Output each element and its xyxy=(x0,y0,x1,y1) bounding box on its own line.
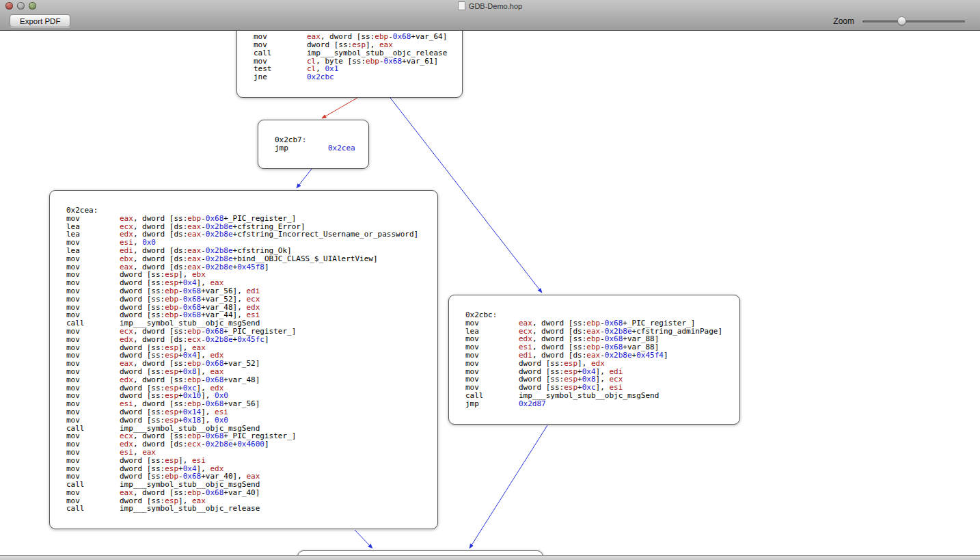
asm-mnemonic: mov xyxy=(66,215,120,223)
asm-operands: 0x2cbc xyxy=(307,72,334,81)
asm-line: movcl, byte [ss:ebp-0x68+var_61] xyxy=(254,57,455,66)
asm-line: callimp___symbol_stub__objc_msgSend xyxy=(465,392,733,400)
asm-mnemonic: mov xyxy=(66,368,120,376)
zoom-label: Zoom xyxy=(833,16,854,26)
zoom-slider-thumb[interactable] xyxy=(897,16,906,25)
zoom-control: Zoom xyxy=(833,16,965,26)
asm-operands: 0x2d87 xyxy=(519,399,546,408)
horizontal-scrollbar[interactable] xyxy=(0,555,980,560)
asm-line: jne0x2cbc xyxy=(254,73,455,81)
asm-mnemonic: mov xyxy=(66,489,120,497)
asm-line: jmp0x2cea xyxy=(275,144,362,152)
window-title: GDB-Demo.hop xyxy=(469,2,522,10)
asm-mnemonic: mov xyxy=(66,376,120,384)
flow-edge xyxy=(469,425,547,548)
asm-mnemonic: jmp xyxy=(465,400,519,408)
asm-mnemonic: mov xyxy=(66,416,120,425)
basic-block-0x2cbc[interactable]: 0x2cbc:moveax, dword [ss:ebp-0x68+_PIC_r… xyxy=(448,295,740,425)
flow-edge xyxy=(297,169,312,188)
asm-mnemonic: call xyxy=(66,505,120,513)
asm-operands: 0x2cea xyxy=(328,144,355,152)
asm-mnemonic: mov xyxy=(66,295,120,304)
basic-block-entry[interactable]: moveax, dword [ss:ebp-0x68+var_64]movdwo… xyxy=(236,31,463,98)
asm-operands: imp___symbol_stub__objc_release xyxy=(120,504,260,513)
toolbar: Export PDF Zoom xyxy=(0,12,980,30)
asm-line: jmp0x2d87 xyxy=(465,400,733,408)
asm-mnemonic: mov xyxy=(66,449,120,457)
asm-mnemonic: mov xyxy=(465,360,519,368)
asm-mnemonic: jmp xyxy=(275,144,328,152)
zoom-slider[interactable] xyxy=(862,16,965,26)
asm-mnemonic: jne xyxy=(254,73,307,81)
asm-mnemonic: mov xyxy=(66,255,120,263)
window-header: GDB-Demo.hop Export PDF Zoom xyxy=(0,0,980,31)
asm-line: testcl, 0x1 xyxy=(254,65,455,73)
asm-mnemonic: mov xyxy=(66,457,120,465)
asm-mnemonic: mov xyxy=(66,336,120,344)
zoom-slider-track[interactable] xyxy=(862,21,965,23)
asm-mnemonic: call xyxy=(254,49,307,57)
flow-edge xyxy=(355,530,372,548)
asm-mnemonic: lea xyxy=(66,247,120,255)
window-title-wrap: GDB-Demo.hop xyxy=(0,0,980,12)
flow-edge xyxy=(322,98,357,118)
document-icon xyxy=(458,1,465,10)
graph-canvas[interactable]: moveax, dword [ss:ebp-0x68+var_64]movdwo… xyxy=(0,31,980,555)
asm-mnemonic: mov xyxy=(465,319,519,328)
asm-mnemonic: mov xyxy=(66,408,120,416)
asm-mnemonic: mov xyxy=(66,328,120,336)
asm-operands: edx, dword [ds:eax-0x2b8e+cfstring_Incor… xyxy=(120,230,418,239)
asm-mnemonic: mov xyxy=(66,287,120,295)
export-pdf-button[interactable]: Export PDF xyxy=(10,14,70,27)
window-titlebar[interactable]: GDB-Demo.hop xyxy=(0,0,980,12)
basic-block-bottom-partial[interactable] xyxy=(297,550,543,555)
asm-line: callimp___symbol_stub__objc_release xyxy=(66,505,431,513)
basic-block-0x2cea[interactable]: 0x2cea:moveax, dword [ss:ebp-0x68+_PIC_r… xyxy=(49,190,438,529)
asm-mnemonic: call xyxy=(465,392,519,400)
basic-block-0x2cb7[interactable]: 0x2cb7:jmp0x2cea xyxy=(258,120,369,169)
asm-mnemonic: mov xyxy=(465,351,519,360)
